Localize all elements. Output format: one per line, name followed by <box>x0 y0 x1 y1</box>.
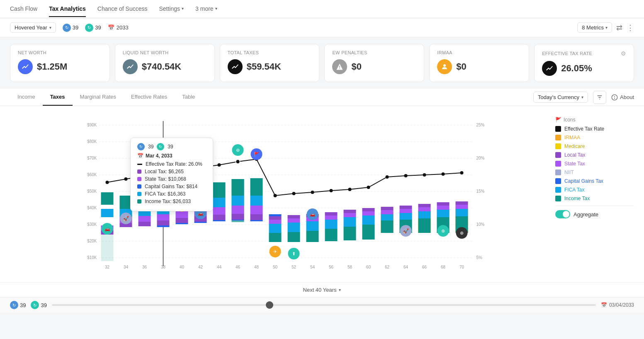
person1-icon: ↻ <box>63 24 71 32</box>
svg-point-131 <box>218 163 221 167</box>
svg-rect-46 <box>157 214 170 220</box>
tooltip-row-0: Effective Tax Rate: 26.0% <box>137 161 206 167</box>
svg-rect-103 <box>381 210 394 214</box>
scrubber-thumb[interactable] <box>266 301 273 309</box>
nav-more[interactable]: 3 more ▾ <box>195 1 217 17</box>
svg-text:60: 60 <box>366 265 371 269</box>
svg-rect-51 <box>176 211 188 218</box>
currency-button[interactable]: Today's Currency ▾ <box>533 92 588 103</box>
chart-section: Income Taxes Marginal Rates Effective Ra… <box>0 89 644 297</box>
effectiverate-settings-icon[interactable]: ⚙ <box>621 50 626 57</box>
tab-marginalrates[interactable]: Marginal Rates <box>73 89 124 106</box>
svg-text:10%: 10% <box>476 222 485 227</box>
svg-rect-65 <box>232 179 244 196</box>
toolbar: Hovered Year ▾ ↻ 39 ↻ 39 📅 2033 8 Metric… <box>0 18 644 37</box>
svg-point-144 <box>460 171 464 174</box>
svg-rect-93 <box>344 217 356 227</box>
nav-chanceofsuccess[interactable]: Chance of Success <box>97 1 148 17</box>
svg-text:48: 48 <box>254 265 259 269</box>
svg-rect-34 <box>101 235 114 261</box>
svg-point-135 <box>292 192 296 195</box>
bottom-person2-age: 39 <box>41 302 46 308</box>
svg-text:68: 68 <box>441 265 446 269</box>
svg-rect-75 <box>269 233 282 242</box>
svg-text:✈: ✈ <box>273 249 277 254</box>
person2-icon: ↻ <box>85 24 93 32</box>
tab-table[interactable]: Table <box>175 89 202 106</box>
ew-value: $0 <box>351 61 361 72</box>
svg-rect-73 <box>250 214 263 220</box>
person1-age: 39 <box>73 24 78 31</box>
svg-rect-83 <box>288 215 300 218</box>
svg-text:64: 64 <box>403 265 408 269</box>
chart-footer[interactable]: Next 40 Years ▾ <box>0 282 644 297</box>
svg-text:🚗: 🚗 <box>104 226 110 232</box>
svg-rect-111 <box>418 218 431 233</box>
currency-label: Today's Currency <box>538 94 579 100</box>
svg-text:⬆: ⬆ <box>292 251 296 256</box>
svg-rect-31 <box>101 209 114 217</box>
svg-point-143 <box>442 172 445 176</box>
svg-rect-66 <box>232 196 244 206</box>
svg-text:38: 38 <box>161 265 166 269</box>
currency-chevron-icon: ▾ <box>581 95 583 99</box>
svg-rect-72 <box>250 206 263 214</box>
svg-rect-81 <box>288 223 300 232</box>
hovered-year-button[interactable]: Hovered Year ▾ <box>10 22 56 33</box>
more-options-button[interactable]: ⋮ <box>627 23 634 32</box>
legend-item-ficatax: FICA Tax <box>555 187 634 193</box>
svg-text:$50K: $50K <box>87 189 97 194</box>
networth-value: $1.25M <box>37 61 67 72</box>
about-button[interactable]: About <box>611 94 634 101</box>
svg-text:🚩: 🚩 <box>254 151 260 157</box>
legend-item-medicare: Medicare <box>555 143 634 149</box>
svg-text:52: 52 <box>292 265 296 269</box>
tab-taxes[interactable]: Taxes <box>43 89 73 106</box>
legend-item-capitalgains: Capital Gains Tax <box>555 178 634 184</box>
svg-text:54: 54 <box>310 265 315 269</box>
tooltip-person2-age: 39 <box>168 144 173 150</box>
liquid-icon <box>123 59 138 74</box>
nav-taxanalytics[interactable]: Tax Analytics <box>49 1 86 17</box>
nav-cashflow[interactable]: Cash Flow <box>10 1 37 17</box>
tooltip-person2-icon: ↻ <box>157 143 164 150</box>
svg-point-138 <box>348 188 352 191</box>
metrics-button[interactable]: 8 Metrics ▾ <box>577 22 612 33</box>
svg-point-140 <box>386 175 389 179</box>
svg-rect-76 <box>269 224 282 233</box>
svg-text:58: 58 <box>348 265 352 269</box>
filter-button[interactable] <box>593 91 606 104</box>
svg-rect-118 <box>437 206 450 210</box>
ew-label: EW Penalties <box>332 50 416 55</box>
svg-rect-85 <box>306 221 319 231</box>
timeline-scrubber[interactable] <box>52 304 596 306</box>
svg-point-126 <box>124 177 128 181</box>
bottom-cal-icon: 📅 <box>601 302 607 308</box>
svg-point-142 <box>423 173 426 177</box>
legend-item-niit: NIIT <box>555 170 634 175</box>
legend-item-effectiverate: Effective Tax Rate <box>555 126 634 132</box>
svg-text:40: 40 <box>180 265 185 269</box>
legend-divider <box>555 206 634 206</box>
aggregate-toggle[interactable] <box>555 210 570 218</box>
svg-rect-92 <box>344 227 356 240</box>
toggle-knob <box>563 211 569 218</box>
svg-rect-99 <box>362 208 375 211</box>
svg-rect-52 <box>176 218 188 223</box>
svg-rect-79 <box>269 214 282 216</box>
svg-rect-30 <box>101 192 114 205</box>
svg-point-141 <box>404 174 408 177</box>
svg-rect-90 <box>325 216 338 220</box>
svg-text:15%: 15% <box>476 189 485 194</box>
svg-text:36: 36 <box>142 265 147 269</box>
tab-effectiverates[interactable]: Effective Rates <box>124 89 175 106</box>
svg-rect-112 <box>418 211 431 218</box>
svg-rect-114 <box>418 204 431 207</box>
bottom-person2-icon: ↻ <box>31 301 39 309</box>
svg-rect-119 <box>437 202 450 206</box>
swap-icon-button[interactable]: ⇄ <box>616 23 622 32</box>
tooltip-header: ↻ 39 ↻ 39 <box>137 143 206 150</box>
nav-settings[interactable]: Settings ▾ <box>159 1 184 17</box>
svg-rect-74 <box>250 220 263 221</box>
tab-income[interactable]: Income <box>10 89 43 106</box>
